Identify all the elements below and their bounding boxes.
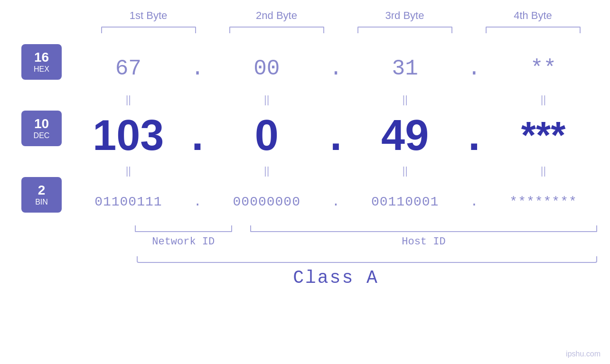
dec-b4-cell: *** — [491, 113, 596, 157]
dec-b1: 103 — [93, 111, 164, 160]
eq1-b3: || — [353, 93, 457, 106]
eq1-b1: || — [76, 93, 180, 106]
hex-b1: 67 — [115, 56, 141, 81]
bin-b2: 00000000 — [233, 195, 300, 209]
eq1-b4: || — [491, 93, 596, 106]
labels-column: 16 HEX 10 DEC 2 BIN — [11, 47, 73, 223]
host-id-bracket — [250, 225, 597, 232]
eq2-b3: || — [353, 165, 457, 177]
hex-b3-cell: 31 — [353, 56, 457, 81]
bin-badge-num: 2 — [38, 183, 46, 198]
hex-badge-label: HEX — [34, 65, 49, 74]
bin-b2-cell: 00000000 — [215, 195, 319, 209]
equals-row-2: || || || || — [73, 161, 600, 180]
hex-row: 67 . 00 . 31 . ** — [73, 47, 600, 90]
bottom-brackets-row — [75, 225, 597, 232]
footer: ipshu.com — [566, 350, 601, 358]
dec-dot2: . — [326, 114, 345, 157]
byte2-header: 2nd Byte — [225, 9, 329, 22]
hex-dot3: . — [465, 56, 484, 81]
dec-b3: 49 — [381, 111, 429, 160]
dec-b2-cell: 0 — [215, 111, 319, 160]
hex-badge-num: 16 — [34, 50, 49, 65]
net-id-label-row: Network ID Host ID — [75, 236, 597, 248]
eq2-b1: || — [76, 165, 180, 177]
eq1-b2: || — [215, 93, 319, 106]
dec-dot1: . — [188, 114, 207, 157]
bracket-byte2 — [229, 27, 324, 33]
bin-b4: ******** — [509, 195, 577, 209]
class-label: Class A — [293, 268, 379, 288]
eq2-b2: || — [215, 165, 319, 177]
hex-dot2: . — [326, 56, 345, 81]
values-area: 67 . 00 . 31 . ** — [73, 47, 600, 223]
bin-badge: 2 BIN — [21, 177, 62, 213]
bin-b4-cell: ******** — [491, 195, 596, 209]
bracket-byte3 — [357, 27, 452, 33]
dec-b4: *** — [521, 113, 565, 157]
byte4-header: 4th Byte — [481, 9, 585, 22]
top-brackets — [75, 27, 597, 33]
bin-b3: 00110001 — [371, 195, 439, 209]
network-id-bracket — [135, 225, 232, 232]
hex-badge: 16 HEX — [21, 44, 62, 80]
bracket-byte4 — [486, 27, 581, 33]
dec-dot3: . — [465, 114, 484, 157]
dec-b1-cell: 103 — [76, 111, 180, 160]
byte-headers: 1st Byte 2nd Byte 3rd Byte 4th Byte — [75, 9, 597, 22]
dec-badge: 10 DEC — [21, 111, 62, 146]
content-area: 16 HEX 10 DEC 2 BIN — [11, 47, 600, 223]
bin-badge-label: BIN — [35, 198, 48, 206]
hex-b2: 00 — [253, 56, 280, 81]
hex-dot1: . — [188, 56, 207, 81]
hex-b4: ** — [530, 56, 556, 81]
bin-b3-cell: 00110001 — [353, 195, 457, 209]
dec-b2: 0 — [255, 111, 279, 160]
byte3-header: 3rd Byte — [353, 9, 457, 22]
bin-dot2: . — [326, 195, 345, 209]
outer-bracket-row — [75, 256, 597, 263]
bracket-byte1 — [101, 27, 196, 33]
hex-b4-cell: ** — [491, 56, 596, 81]
outer-bracket — [137, 256, 597, 263]
dec-row: 103 . 0 . 49 . *** — [73, 109, 600, 161]
bottom-section: Network ID Host ID Class A — [11, 225, 600, 288]
main-container: 1st Byte 2nd Byte 3rd Byte 4th Byte 16 H… — [0, 0, 610, 364]
hex-b3: 31 — [392, 56, 418, 81]
eq2-b4: || — [491, 165, 596, 177]
hex-b1-cell: 67 — [76, 56, 180, 81]
bin-b1: 01100111 — [94, 195, 162, 209]
dec-b3-cell: 49 — [353, 111, 457, 160]
dec-badge-label: DEC — [34, 131, 50, 140]
bin-dot3: . — [465, 195, 484, 209]
bin-b1-cell: 01100111 — [76, 195, 180, 209]
bin-row: 01100111 . 00000000 . 00110001 . — [73, 180, 600, 223]
host-id-label: Host ID — [250, 236, 597, 248]
bin-dot1: . — [188, 195, 207, 209]
byte1-header: 1st Byte — [96, 9, 201, 22]
class-label-row: Class A — [75, 268, 597, 288]
equals-row-1: || || || || — [73, 90, 600, 109]
dec-badge-num: 10 — [34, 117, 49, 131]
hex-b2-cell: 00 — [215, 56, 319, 81]
network-id-label: Network ID — [135, 236, 232, 248]
